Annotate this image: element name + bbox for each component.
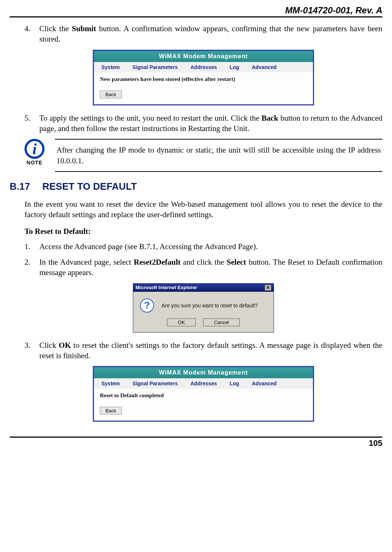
dialog-message: Are you sure you want to reset to defaul…: [161, 303, 258, 308]
section-title: RESET TO DEFAULT: [42, 181, 137, 192]
nav-signal-parameters-2[interactable]: Signal Parameters: [133, 380, 178, 386]
nav-log-2[interactable]: Log: [230, 380, 239, 386]
top-rule: [10, 16, 382, 17]
nav-log[interactable]: Log: [230, 64, 239, 70]
page-number: 105: [10, 438, 382, 448]
nav-addresses[interactable]: Addresses: [190, 64, 217, 70]
modem-title-2: WiMAX Modem Management: [94, 367, 313, 378]
close-icon[interactable]: ✕: [265, 285, 271, 291]
info-icon: i: [24, 139, 45, 159]
dialog-title: Microsoft Internet Explorer: [135, 285, 197, 290]
reset-step2-text: In the Advanced page, select Reset2Defau…: [39, 257, 382, 278]
nav-system[interactable]: System: [101, 64, 120, 70]
subheading: To Reset to Default:: [24, 227, 382, 236]
reset-step1-text: Access the Advanced page (see B.7.1, Acc…: [39, 241, 382, 252]
note-label: NOTE: [24, 160, 45, 166]
step4-number: 4.: [24, 23, 39, 45]
reset-step3-text: Click OK to reset the client's settings …: [39, 340, 382, 361]
question-icon: ?: [140, 298, 154, 313]
back-button-2[interactable]: Back: [100, 407, 122, 415]
cancel-button[interactable]: Cancel: [203, 319, 239, 326]
modem-navbar: System Signal Parameters Addresses Log A…: [94, 62, 313, 72]
modem-navbar-2: System Signal Parameters Addresses Log A…: [94, 378, 313, 389]
ok-button[interactable]: OK: [167, 319, 196, 326]
nav-advanced-2[interactable]: Advanced: [252, 380, 277, 386]
note-text: After changing the IP mode to dynamic or…: [55, 139, 382, 172]
modem-screenshot-2: WiMAX Modem Management System Signal Par…: [93, 366, 314, 422]
modem-title: WiMAX Modem Management: [94, 51, 313, 62]
intro-paragraph: In the event you want to reset the devic…: [24, 199, 382, 220]
back-button[interactable]: Back: [100, 91, 122, 98]
nav-system-2[interactable]: System: [101, 380, 120, 386]
step4-text: Click the Submit button. A confirmation …: [39, 23, 382, 45]
doc-header: MM-014720-001, Rev. A: [10, 5, 382, 16]
nav-signal-parameters[interactable]: Signal Parameters: [133, 64, 178, 70]
step5-text: To apply the settings to the unit, you n…: [39, 113, 382, 134]
modem-message-reset: Reset to Default completed: [94, 389, 313, 407]
reset-step2-number: 2.: [24, 257, 39, 278]
nav-addresses-2[interactable]: Addresses: [190, 380, 217, 386]
section-number: B.17: [10, 181, 37, 192]
modem-screenshot-1: WiMAX Modem Management System Signal Par…: [93, 50, 314, 105]
reset-step1-number: 1.: [24, 241, 39, 252]
modem-message-stored: New parameters have been stored (effecti…: [94, 72, 313, 91]
ie-dialog: Microsoft Internet Explorer ✕ ? Are you …: [133, 283, 274, 333]
note-block: i NOTE After changing the IP mode to dyn…: [24, 139, 382, 172]
bottom-rule: [10, 437, 382, 438]
reset-step3-number: 3.: [24, 340, 39, 361]
section-heading: B.17 RESET TO DEFAULT: [10, 181, 382, 192]
nav-advanced[interactable]: Advanced: [252, 64, 277, 70]
step5-number: 5.: [24, 113, 39, 134]
